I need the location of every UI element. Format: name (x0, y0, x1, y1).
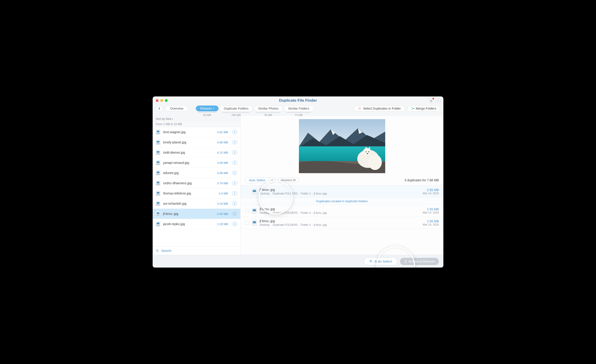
file-name: jf-brou-.jpg (163, 212, 214, 216)
jpeg-file-icon (252, 189, 257, 194)
sidebar: Sort by Size ▾ From 1 MB to 10 MB JPEGti… (153, 116, 240, 255)
sparkle-icon (369, 260, 373, 263)
file-name: lonely-planet.jpg (163, 140, 214, 144)
preview-image[interactable] (299, 119, 385, 173)
file-row[interactable]: JPEGcedric-dhaenens.jpg3.74 MB3 (153, 178, 240, 188)
file-size: 4.92 MB (217, 131, 228, 134)
detail-actions: Auto Select ▾ Deselect All 3 duplicates … (240, 175, 443, 186)
file-list[interactable]: JPEGtimo-wagner.jpg4.92 MB2JPEGlonely-pl… (153, 127, 240, 247)
svg-point-10 (366, 151, 367, 152)
duplicate-count-badge: 3 (232, 222, 237, 226)
duplicate-count-badge: 3 (232, 202, 237, 206)
duplicate-date: Mar 14, 2019 (423, 211, 439, 214)
trash-icon (404, 260, 407, 263)
jpeg-file-icon: JPEG (156, 221, 160, 226)
duplicate-summary: 3 duplicates for 7.66 MB (404, 178, 439, 182)
category-tabs: Pictures▾69 MBDuplicate Folders336 MBSim… (196, 106, 313, 117)
chevron-down-icon: ▾ (213, 107, 214, 109)
duplicate-count-badge: 2 (232, 161, 237, 165)
chevron-down-icon: ▾ (171, 118, 173, 120)
file-row[interactable]: JPEGyanapi-senaud.jpg3.89 MB2 (153, 158, 240, 168)
notification-dot-icon (432, 98, 434, 99)
svg-point-2 (359, 108, 360, 109)
detail-pane: Auto Select ▾ Deselect All 3 duplicates … (240, 116, 443, 255)
file-name: yanapi-senaud.jpg (163, 161, 214, 165)
target-icon (358, 107, 362, 110)
duplicate-size: 2.55 MB (423, 207, 439, 211)
search-icon (156, 249, 159, 252)
app-window: Duplicate File Finder i Overview Picture… (153, 96, 443, 268)
file-name: thomas-lefebvre.jpg (163, 191, 216, 195)
duplicate-row[interactable]: jf-brou-.jpgDesktop›Duplicate FOLDERS›Fo… (240, 186, 443, 198)
tab-similar-folders[interactable]: Similar Folders (284, 106, 313, 111)
svg-point-3 (156, 250, 158, 251)
duplicate-name: jf-brou-.jpg (260, 188, 420, 191)
duplicate-row[interactable]: jf-brou-.jpgDesktop›Duplicate FOLDERS›Fo… (240, 217, 443, 229)
file-size: 3.24 MB (217, 202, 228, 205)
duplicate-count-badge: 3 (232, 140, 237, 144)
jpeg-file-icon (252, 220, 257, 226)
jpeg-file-icon: JPEG (156, 150, 160, 155)
file-row[interactable]: JPEGavi-richardsh.jpg3.24 MB3 (153, 199, 240, 209)
duplicate-count-badge: 2 (232, 130, 237, 134)
file-row[interactable]: JPEGjacob-repko.jpg2.26 MB3 (153, 219, 240, 229)
duplicate-row[interactable]: jf-brou-.jpgDesktop›Duplicate FOLDERS›Fo… (240, 205, 443, 217)
chevron-down-icon[interactable]: ▾ (269, 177, 275, 183)
info-icon[interactable]: i (436, 98, 441, 103)
file-size: 4.86 MB (217, 141, 228, 144)
app-title: Duplicate File Finder (153, 98, 443, 103)
file-row[interactable]: JPEGtimo-wagner.jpg4.92 MB2 (153, 127, 240, 137)
duplicate-name: jf-brou-.jpg (260, 219, 420, 223)
overview-button[interactable]: Overview (165, 106, 188, 111)
review-remove-button[interactable]: Review & Remove (400, 258, 439, 265)
file-row[interactable]: JPEGjf-brou-.jpg2.55 MB3 (153, 209, 240, 219)
jpeg-file-icon: JPEG (156, 211, 160, 216)
merge-icon (411, 107, 415, 110)
deselect-all-button[interactable]: Deselect All (277, 178, 299, 183)
tab-similar-photos[interactable]: Similar Photos (254, 106, 283, 111)
back-button[interactable] (156, 106, 163, 111)
duplicate-path: Desktop›Duplicate FOLDERS›Folder 4›jf-br… (260, 211, 420, 214)
svg-point-11 (368, 151, 369, 152)
file-row[interactable]: JPEGtodd-diemer.jpg4.15 MB2 (153, 147, 240, 158)
jpeg-file-icon: JPEG (156, 201, 160, 206)
network-icon[interactable] (429, 98, 434, 103)
search-input[interactable]: Search (153, 247, 240, 255)
svg-point-0 (431, 102, 431, 102)
toolbar: Overview Pictures▾69 MBDuplicate Folders… (153, 105, 443, 116)
merge-folders-button[interactable]: Merge Folders (407, 106, 440, 111)
auto-select-button[interactable]: Auto Select (364, 257, 397, 265)
checkbox[interactable] (245, 221, 249, 225)
file-size: 2.55 MB (217, 212, 228, 216)
file-name: cedric-dhaenens.jpg (163, 181, 214, 185)
duplicate-size: 2.55 MB (423, 188, 439, 192)
duplicate-count-badge: 3 (232, 212, 237, 216)
file-name: todd-diemer.jpg (163, 151, 214, 154)
duplicate-list[interactable]: jf-brou-.jpgDesktop›Duplicate FOLDERS›Fo… (240, 186, 443, 255)
auto-select-dropdown[interactable]: Auto Select ▾ (245, 177, 275, 183)
svg-point-8 (368, 154, 382, 170)
file-size: 3.89 MB (217, 161, 228, 165)
titlebar: Duplicate File Finder i (153, 96, 443, 105)
file-name: timo-wagner.jpg (163, 130, 214, 134)
file-size: 2.26 MB (217, 222, 228, 226)
sort-dropdown[interactable]: Sort by Size ▾ (153, 116, 240, 121)
file-row[interactable]: JPEGlonely-planet.jpg4.86 MB3 (153, 137, 240, 147)
jpeg-file-icon: JPEG (156, 130, 160, 135)
duplicate-folder-banner: Duplicates located in duplicate folders (240, 198, 443, 205)
file-row[interactable]: JPEGthomas-lefebvre.jpg3.4 MB2 (153, 188, 240, 199)
duplicate-date: Mar 14, 2019 (423, 223, 439, 226)
tab-pictures[interactable]: Pictures▾ (196, 106, 218, 111)
select-duplicates-button[interactable]: Select Duplicates in Folder (354, 106, 405, 111)
file-size: 3.74 MB (217, 182, 228, 185)
tab-duplicate-folders[interactable]: Duplicate Folders (219, 106, 253, 111)
file-size: 3.4 MB (219, 192, 228, 195)
duplicate-date: Mar 14, 2019 (423, 192, 439, 195)
file-size: 3.88 MB (217, 171, 228, 175)
size-section-header: From 1 MB to 10 MB (153, 121, 240, 127)
file-name: jacob-repko.jpg (163, 222, 214, 226)
checkbox[interactable] (245, 209, 249, 213)
duplicate-path: Desktop›Duplicate FOLDERS›Folder 3›jf-br… (260, 223, 420, 226)
file-row[interactable]: JPEGedceee.jpg3.88 MB2 (153, 168, 240, 178)
preview-area (240, 116, 443, 175)
